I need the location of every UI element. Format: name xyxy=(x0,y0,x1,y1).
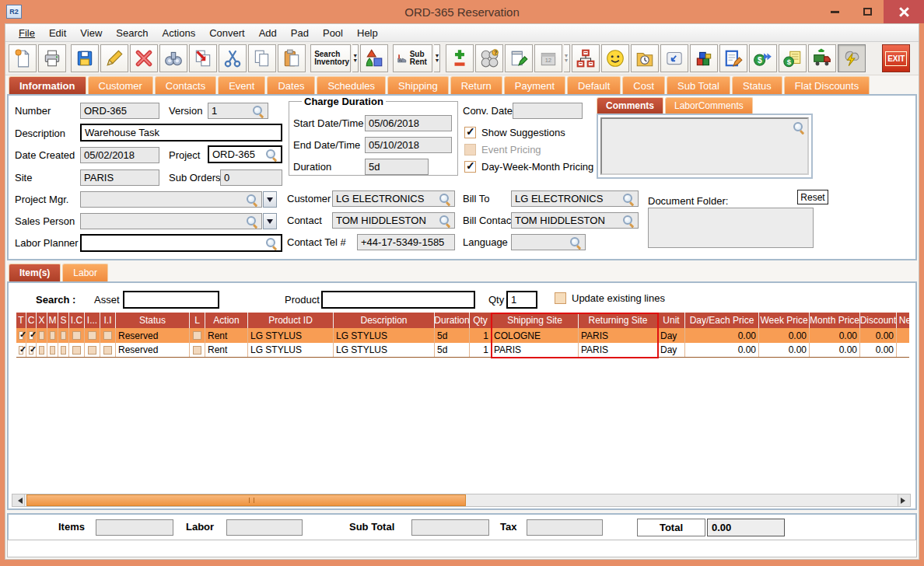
shortcut-key-button[interactable] xyxy=(660,44,688,72)
grid-header-qty[interactable]: Qty xyxy=(470,313,492,328)
menu-item-pool[interactable]: Pool xyxy=(316,26,350,40)
grid-header-net-each[interactable]: Net Each xyxy=(897,313,909,328)
shapes-button[interactable] xyxy=(360,44,388,72)
copy-special-button[interactable] xyxy=(189,44,217,72)
billing-forward-button[interactable]: $ xyxy=(749,44,777,72)
tab-default[interactable]: Default xyxy=(567,76,621,94)
dwm-pricing-checkbox[interactable] xyxy=(464,161,476,173)
menu-item-view[interactable]: View xyxy=(73,26,109,40)
notes-button[interactable] xyxy=(505,44,533,72)
tab-sub-total[interactable]: Sub Total xyxy=(667,76,730,94)
grid-header-l[interactable]: L xyxy=(190,313,205,328)
tab-event[interactable]: Event xyxy=(218,76,265,94)
row-checkbox-ii[interactable] xyxy=(103,346,112,355)
language-field[interactable] xyxy=(511,234,586,250)
tab-customer[interactable]: Customer xyxy=(88,76,153,94)
bill-contact-field[interactable]: TOM HIDDLESTON xyxy=(511,212,639,229)
row-checkbox-x[interactable] xyxy=(39,331,44,340)
grid-header-shipping-site[interactable]: Shipping Site xyxy=(492,313,579,328)
asset-search-input[interactable] xyxy=(123,291,219,309)
tab-information[interactable]: Information xyxy=(9,76,86,94)
grid-header-s[interactable]: S xyxy=(58,313,69,328)
sub-rent-button[interactable]: Sub Rent xyxy=(393,44,432,72)
edit-button[interactable] xyxy=(100,44,128,72)
project-field[interactable]: ORD-365 xyxy=(208,145,282,163)
reset-button[interactable]: Reset xyxy=(797,190,828,204)
labor-planner-search-icon[interactable] xyxy=(265,237,278,250)
contact-field[interactable]: TOM HIDDLESTON xyxy=(332,212,455,229)
scroll-left-button[interactable] xyxy=(12,494,25,506)
tab-schedules[interactable]: Schedules xyxy=(317,76,386,94)
update-existing-checkbox[interactable] xyxy=(555,292,566,304)
version-field[interactable]: 1 xyxy=(208,103,268,119)
show-suggestions-checkbox[interactable] xyxy=(464,127,476,138)
grid-header-status[interactable]: Status xyxy=(116,313,190,328)
add-remove-button[interactable] xyxy=(446,44,474,72)
menu-item-help[interactable]: Help xyxy=(350,26,385,40)
cut-button[interactable] xyxy=(219,44,247,72)
row-checkbox-c[interactable] xyxy=(29,346,33,355)
inventory-cubes-button[interactable] xyxy=(690,44,718,72)
grid-header-idots[interactable]: I... xyxy=(85,313,100,328)
tab-labor-comments[interactable]: LaborComments xyxy=(665,97,753,114)
tab-labor[interactable]: Labor xyxy=(62,264,108,281)
grid-header-c[interactable]: C xyxy=(26,313,37,328)
group-query-button[interactable]: ? xyxy=(475,44,503,72)
bill-contact-search-icon[interactable] xyxy=(622,215,635,227)
grid-header-t[interactable]: T xyxy=(16,313,26,328)
number-field[interactable]: ORD-365 xyxy=(80,103,159,119)
sales-person-field[interactable] xyxy=(80,213,262,229)
site-field[interactable]: PARIS xyxy=(80,169,159,186)
grid-header-day-each-price[interactable]: Day/Each Price xyxy=(685,313,759,328)
grid-header-x[interactable]: X xyxy=(37,313,47,328)
row-checkbox-idots[interactable] xyxy=(88,346,96,355)
crew-button[interactable] xyxy=(601,44,629,72)
search-inventory-button[interactable]: SearchInventory xyxy=(310,44,351,72)
tab-cost[interactable]: Cost xyxy=(622,76,665,94)
tab-dates[interactable]: Dates xyxy=(267,76,315,94)
grid-header-discount[interactable]: Discount xyxy=(860,313,897,328)
sub-rent-dropdown[interactable]: ▼▼ xyxy=(434,44,440,72)
grid-header-returning-site[interactable]: Returning Site xyxy=(579,313,658,328)
comments-search-icon[interactable] xyxy=(793,121,805,134)
product-search-input[interactable] xyxy=(321,291,475,309)
menu-item-pad[interactable]: Pad xyxy=(284,26,316,40)
tab-items[interactable]: Item(s) xyxy=(9,264,61,281)
org-chart-button[interactable] xyxy=(572,44,600,72)
save-button[interactable] xyxy=(71,44,99,72)
grid-header-month-price[interactable]: Month Price xyxy=(810,313,860,328)
menu-item-add[interactable]: Add xyxy=(252,26,284,40)
tab-shipping[interactable]: Shipping xyxy=(387,76,449,94)
row-checkbox-t[interactable] xyxy=(19,331,23,340)
history-folder-button[interactable] xyxy=(631,44,659,72)
exit-button[interactable]: EXIT xyxy=(882,44,910,72)
sales-person-search-icon[interactable] xyxy=(246,215,258,228)
tab-contacts[interactable]: Contacts xyxy=(155,76,216,94)
date-created-field[interactable]: 05/02/2018 xyxy=(80,147,159,163)
bill-to-field[interactable]: LG ELECTRONICS xyxy=(511,190,639,207)
tab-comments[interactable]: Comments xyxy=(597,97,663,114)
grid-header-description[interactable]: Description xyxy=(334,313,435,328)
grid-header-product-id[interactable]: Product ID xyxy=(248,313,334,328)
menu-item-file[interactable]: File xyxy=(12,26,42,40)
document-folder-box[interactable] xyxy=(648,208,814,248)
paste-button[interactable] xyxy=(278,44,306,72)
grid-header-action[interactable]: Action xyxy=(205,313,248,328)
menu-item-search[interactable]: Search xyxy=(109,26,155,40)
language-search-icon[interactable] xyxy=(569,236,582,249)
grid-header-ic[interactable]: I.C xyxy=(69,313,85,328)
menu-item-actions[interactable]: Actions xyxy=(156,26,203,40)
tab-flat-discounts[interactable]: Flat Discounts xyxy=(784,76,870,94)
qty-input[interactable]: 1 xyxy=(506,291,537,309)
copy-button[interactable] xyxy=(248,44,276,72)
project-mgr-dropdown[interactable] xyxy=(263,191,277,208)
duration-field[interactable]: 5d xyxy=(365,159,429,175)
contact-search-icon[interactable] xyxy=(439,215,451,227)
edit-note-button[interactable] xyxy=(719,44,747,72)
grid-header-week-price[interactable]: Week Price xyxy=(759,313,810,328)
grid-header-duration[interactable]: Duration xyxy=(435,313,470,328)
project-search-icon[interactable] xyxy=(265,148,278,161)
row-checkbox-idots[interactable] xyxy=(88,331,96,340)
tab-return[interactable]: Return xyxy=(450,76,502,94)
project-mgr-search-icon[interactable] xyxy=(246,194,258,206)
